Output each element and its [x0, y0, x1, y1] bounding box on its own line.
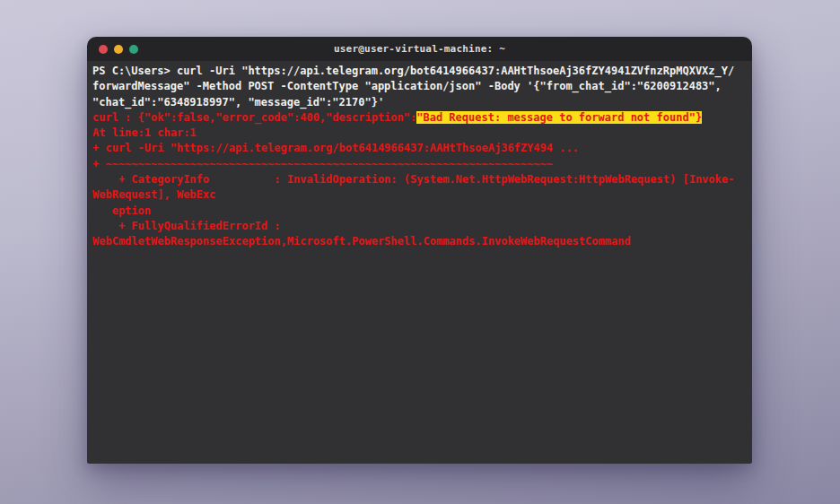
terminal-text-segment: At line:1 char:1 — [92, 126, 197, 139]
maximize-button[interactable] — [129, 45, 138, 54]
terminal-text-segment: + FullyQualifiedErrorId : — [92, 220, 281, 232]
terminal-line: + ~~~~~~~~~~~~~~~~~~~~~~~~~~~~~~~~~~~~~~… — [92, 157, 747, 172]
terminal-line: WebRequest], WebExc — [92, 187, 747, 203]
terminal-text-segment: eption — [92, 204, 151, 217]
terminal-line: + FullyQualifiedErrorId : — [92, 219, 747, 234]
terminal-line: curl : {"ok":false,"error_code":400,"des… — [92, 110, 747, 126]
terminal-line: + curl -Uri "https://api.telegram.org/bo… — [92, 141, 747, 156]
window-controls — [99, 37, 138, 61]
terminal-window: user@user-virtual-machine: ~ PS C:\Users… — [87, 37, 752, 464]
window-title: user@user-virtual-machine: ~ — [87, 43, 752, 55]
terminal-line: PS C:\Users> curl -Uri "https://api.tele… — [92, 64, 747, 79]
minimize-button[interactable] — [114, 45, 123, 54]
terminal-line: WebCmdletWebResponseException,Microsoft.… — [92, 234, 747, 249]
terminal-line: "chat_id":"6348918997", "message_id":"21… — [92, 95, 747, 110]
terminal-text-segment: + CategoryInfo : InvalidOperation: (Syst… — [92, 173, 734, 186]
terminal-line: eption — [92, 204, 747, 219]
close-button[interactable] — [99, 45, 108, 54]
terminal-text-segment: + curl -Uri "https://api.telegram.org/bo… — [92, 142, 579, 154]
terminal-text-segment: WebCmdletWebResponseException,Microsoft.… — [92, 235, 631, 248]
terminal-output[interactable]: PS C:\Users> curl -Uri "https://api.tele… — [87, 61, 752, 464]
terminal-line: + CategoryInfo : InvalidOperation: (Syst… — [92, 172, 747, 187]
titlebar[interactable]: user@user-virtual-machine: ~ — [87, 37, 752, 61]
highlighted-error-text: "Bad Request: message to forward not fou… — [416, 111, 702, 124]
terminal-line: forwardMessage" -Method POST -ContentTyp… — [92, 79, 747, 94]
terminal-text-segment: + ~~~~~~~~~~~~~~~~~~~~~~~~~~~~~~~~~~~~~~… — [92, 158, 553, 170]
terminal-text-segment: PS C:\Users> curl -Uri "https://api.tele… — [92, 65, 734, 77]
terminal-text-segment: WebRequest], WebExc — [92, 188, 215, 201]
terminal-text-segment: forwardMessage" -Method POST -ContentTyp… — [92, 80, 722, 92]
desktop-background: user@user-virtual-machine: ~ PS C:\Users… — [0, 0, 840, 504]
terminal-line: At line:1 char:1 — [92, 126, 747, 141]
terminal-text-segment: curl : {"ok":false,"error_code":400,"des… — [92, 111, 416, 124]
terminal-text-segment: "chat_id":"6348918997", "message_id":"21… — [92, 96, 384, 109]
